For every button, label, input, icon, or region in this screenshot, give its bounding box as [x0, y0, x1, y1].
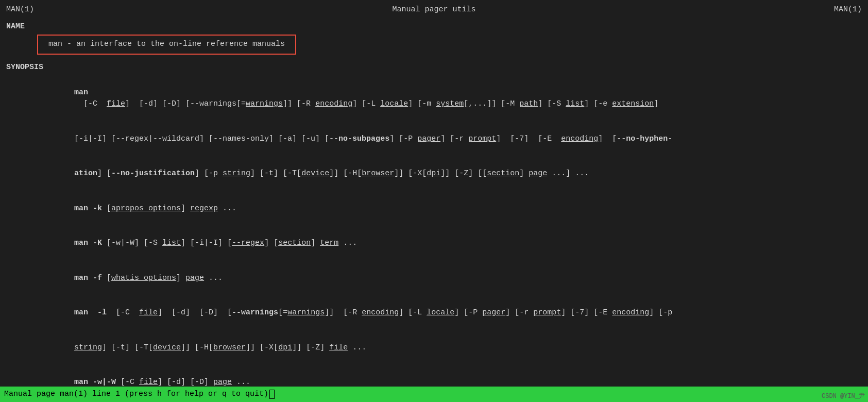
synopsis-line-5: man -K [-w|-W] [-S list] [-i|-I] [--rege… [37, 226, 862, 261]
header-center: Manual pager utils [392, 4, 475, 16]
status-bar-text: Manual page man(1) line 1 (press h for h… [4, 389, 268, 400]
synopsis-line-6: man -f [whatis options] page ... [37, 261, 862, 296]
synopsis-block: man [-C file] [-d] [-D] [--warnings[=war… [37, 75, 862, 402]
header-left: MAN(1) [6, 4, 34, 16]
name-content: man - an interface to the on-line refere… [37, 35, 296, 55]
header-right: MAN(1) [834, 4, 862, 16]
synopsis-line-1: man [-C file] [-d] [-D] [--warnings[=war… [37, 75, 862, 122]
header-line: MAN(1) Manual pager utils MAN(1) [6, 4, 862, 16]
synopsis-line-7: man -l [-C file] [-d] [-D] [--warnings[=… [37, 296, 862, 331]
cursor-block [269, 390, 275, 399]
synopsis-line-4: man -k [apropos options] regexp ... [37, 191, 862, 226]
name-section: NAME man - an interface to the on-line r… [6, 21, 862, 57]
watermark: CSDN @YIN_尹 [819, 391, 868, 402]
synopsis-line-3: ation] [--no-justification] [-p string] … [37, 157, 862, 192]
name-heading: NAME [6, 21, 862, 33]
synopsis-line-2: [-i|-I] [--regex|--wildcard] [--names-on… [37, 122, 862, 157]
synopsis-man-1: man [74, 88, 88, 97]
terminal: MAN(1) Manual pager utils MAN(1) NAME ma… [0, 0, 868, 402]
status-bar: Manual page man(1) line 1 (press h for h… [0, 387, 868, 403]
synopsis-line-8: string] [-t] [-T[device]] [-H[browser]] … [37, 330, 862, 365]
synopsis-heading: SYNOPSIS [6, 62, 862, 74]
synopsis-section: SYNOPSIS man [-C file] [-d] [-D] [--warn… [6, 62, 862, 403]
